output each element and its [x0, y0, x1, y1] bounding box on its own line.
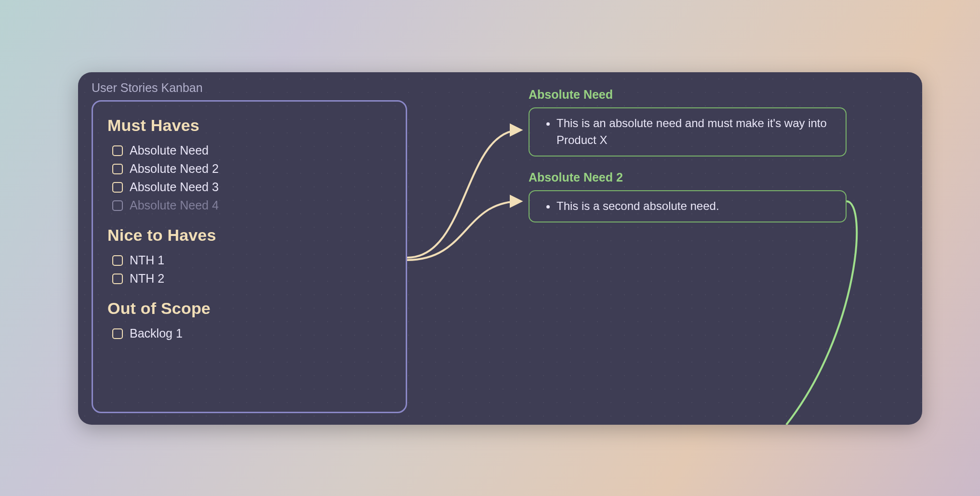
checkbox-icon[interactable]	[112, 164, 123, 174]
checkbox-icon[interactable]	[112, 145, 123, 156]
check-item-absolute-need[interactable]: Absolute Need	[112, 144, 391, 157]
out-of-scope-list: Backlog 1	[107, 326, 391, 340]
detail-node-absolute-need-2[interactable]: Absolute Need 2 This is a second absolut…	[529, 170, 847, 222]
check-label: NTH 2	[130, 272, 164, 286]
check-label: Absolute Need 4	[130, 198, 219, 212]
check-item-backlog-1[interactable]: Backlog 1	[112, 326, 391, 340]
detail-body: This is an absolute need and must make i…	[556, 115, 835, 149]
detail-title: Absolute Need 2	[529, 170, 847, 184]
check-label: Absolute Need 2	[130, 162, 219, 176]
check-label: Backlog 1	[130, 326, 183, 340]
checkbox-icon[interactable]	[112, 255, 123, 266]
section-heading-nice-to-haves: Nice to Haves	[107, 226, 391, 245]
detail-box[interactable]: This is a second absolute need.	[529, 190, 847, 222]
checkbox-icon[interactable]	[112, 200, 123, 211]
check-item-nth-2[interactable]: NTH 2	[112, 272, 391, 286]
connector-green-trailing	[786, 201, 857, 425]
connector-to-absolute-need-2	[407, 201, 520, 260]
check-item-absolute-need-3[interactable]: Absolute Need 3	[112, 180, 391, 194]
check-label: Absolute Need 3	[130, 180, 219, 194]
kanban-card[interactable]: Must Haves Absolute Need Absolute Need 2…	[92, 100, 407, 413]
detail-node-absolute-need[interactable]: Absolute Need This is an absolute need a…	[529, 88, 847, 157]
detail-title: Absolute Need	[529, 88, 847, 102]
section-heading-must-haves: Must Haves	[107, 116, 391, 135]
checkbox-icon[interactable]	[112, 182, 123, 193]
section-heading-out-of-scope: Out of Scope	[107, 299, 391, 318]
checkbox-icon[interactable]	[112, 328, 123, 339]
detail-box[interactable]: This is an absolute need and must make i…	[529, 107, 847, 157]
detail-body: This is a second absolute need.	[556, 198, 835, 215]
board-title: User Stories Kanban	[92, 81, 203, 95]
must-haves-list: Absolute Need Absolute Need 2 Absolute N…	[107, 144, 391, 212]
checkbox-icon[interactable]	[112, 274, 123, 284]
connector-to-absolute-need	[407, 130, 520, 258]
nice-to-haves-list: NTH 1 NTH 2	[107, 253, 391, 286]
check-item-absolute-need-2[interactable]: Absolute Need 2	[112, 162, 391, 176]
check-item-absolute-need-4[interactable]: Absolute Need 4	[112, 198, 391, 212]
check-label: NTH 1	[130, 253, 164, 267]
check-label: Absolute Need	[130, 144, 209, 157]
kanban-board-canvas[interactable]: User Stories Kanban Must Haves Absolute …	[78, 72, 922, 425]
check-item-nth-1[interactable]: NTH 1	[112, 253, 391, 267]
